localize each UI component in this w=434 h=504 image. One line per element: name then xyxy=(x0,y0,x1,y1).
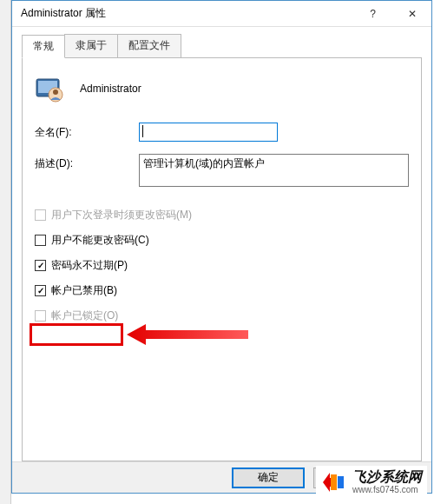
checkbox-icon xyxy=(35,209,46,221)
annotation-arrow-icon xyxy=(127,321,248,348)
tab-panel-general: Administrator 全名(F): 描述(D): 用户下次登录时须更改密码… xyxy=(22,57,422,461)
watermark-logo-icon xyxy=(321,469,347,495)
svg-marker-6 xyxy=(331,474,337,490)
fullname-input[interactable] xyxy=(139,123,278,142)
checkbox-icon xyxy=(35,285,46,296)
checkbox-account-locked: 帐户已锁定(O) xyxy=(35,308,409,323)
watermark-title: 飞沙系统网 xyxy=(352,469,422,485)
checkbox-account-disabled[interactable]: 帐户已禁用(B) xyxy=(35,283,409,298)
close-button[interactable]: ✕ xyxy=(392,1,431,26)
tab-strip: 常规 隶属于 配置文件 xyxy=(22,34,422,57)
background-window-edge xyxy=(0,0,11,504)
checkbox-password-never-expires[interactable]: 密码永不过期(P) xyxy=(35,258,409,273)
checkbox-cannot-change-password[interactable]: 用户不能更改密码(C) xyxy=(35,233,409,248)
checkbox-label: 用户不能更改密码(C) xyxy=(51,233,149,248)
fullname-label: 全名(F): xyxy=(35,123,139,140)
annotation-highlight-box xyxy=(30,323,123,346)
svg-point-3 xyxy=(53,90,58,95)
user-header: Administrator xyxy=(35,74,409,103)
svg-marker-7 xyxy=(338,476,344,488)
tab-general[interactable]: 常规 xyxy=(22,35,65,58)
user-icon xyxy=(35,74,64,103)
description-row: 描述(D): xyxy=(35,154,409,187)
fullname-row: 全名(F): xyxy=(35,123,409,142)
checkbox-icon xyxy=(35,260,46,271)
properties-dialog: Administrator 属性 ? ✕ 常规 隶属于 配置文件 Admi xyxy=(11,0,432,494)
checkbox-icon xyxy=(35,310,46,322)
checkbox-label: 用户下次登录时须更改密码(M) xyxy=(51,208,192,222)
help-icon: ? xyxy=(370,8,376,20)
svg-marker-4 xyxy=(127,324,248,345)
checkbox-must-change-password: 用户下次登录时须更改密码(M) xyxy=(35,208,409,222)
checkbox-icon xyxy=(35,235,46,246)
tab-profile[interactable]: 配置文件 xyxy=(117,34,181,57)
checkbox-label: 密码永不过期(P) xyxy=(51,258,128,273)
ok-button[interactable]: 确定 xyxy=(232,468,305,488)
checkbox-label: 帐户已锁定(O) xyxy=(51,308,118,323)
user-name: Administrator xyxy=(80,83,141,95)
window-title: Administrator 属性 xyxy=(21,6,353,21)
description-input[interactable] xyxy=(139,154,409,187)
close-icon: ✕ xyxy=(408,8,417,20)
tab-memberof[interactable]: 隶属于 xyxy=(64,34,118,57)
titlebar: Administrator 属性 ? ✕ xyxy=(12,1,431,27)
dialog-body: 常规 隶属于 配置文件 Administrator 全名(F): xyxy=(12,27,431,461)
text-caret xyxy=(142,125,143,137)
watermark-text: 飞沙系统网 www.fs0745.com xyxy=(352,469,422,495)
watermark: 飞沙系统网 www.fs0745.com xyxy=(316,466,427,499)
watermark-url: www.fs0745.com xyxy=(352,485,422,495)
help-button[interactable]: ? xyxy=(353,1,392,26)
description-label: 描述(D): xyxy=(35,154,139,171)
checkbox-label: 帐户已禁用(B) xyxy=(51,283,117,298)
